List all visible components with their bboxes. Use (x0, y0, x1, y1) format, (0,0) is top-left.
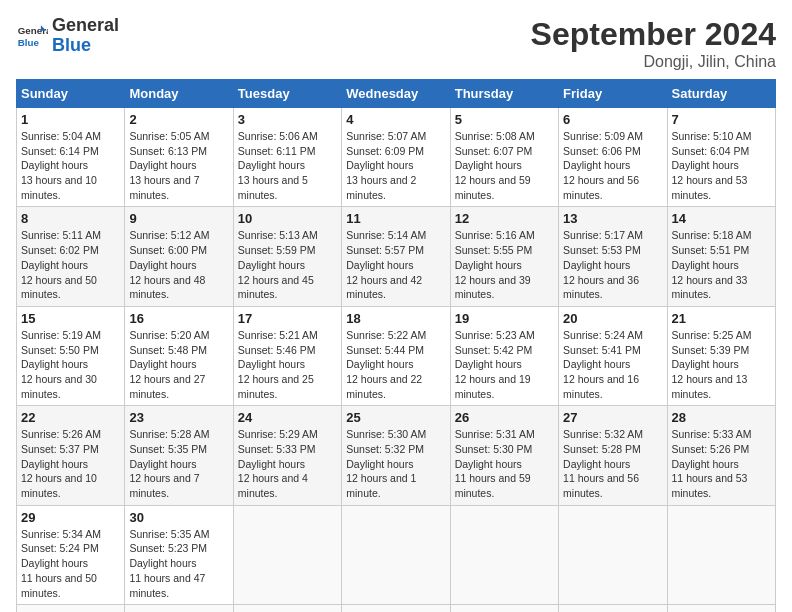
day-info: Sunrise: 5:18 AM Sunset: 5:51 PM Dayligh… (672, 228, 771, 301)
calendar-week-row: 1 Sunrise: 5:04 AM Sunset: 6:14 PM Dayli… (17, 108, 776, 207)
day-info: Sunrise: 5:28 AM Sunset: 5:35 PM Dayligh… (129, 427, 228, 500)
month-title: September 2024 (531, 16, 776, 53)
day-number: 24 (238, 410, 337, 425)
calendar-cell: 8 Sunrise: 5:11 AM Sunset: 6:02 PM Dayli… (17, 207, 125, 306)
day-number: 6 (563, 112, 662, 127)
day-info: Sunrise: 5:34 AM Sunset: 5:24 PM Dayligh… (21, 527, 120, 600)
day-info: Sunrise: 5:22 AM Sunset: 5:44 PM Dayligh… (346, 328, 445, 401)
calendar-cell: 2 Sunrise: 5:05 AM Sunset: 6:13 PM Dayli… (125, 108, 233, 207)
calendar-cell (342, 505, 450, 604)
day-info: Sunrise: 5:17 AM Sunset: 5:53 PM Dayligh… (563, 228, 662, 301)
day-info: Sunrise: 5:13 AM Sunset: 5:59 PM Dayligh… (238, 228, 337, 301)
calendar-cell: 29 Sunrise: 5:34 AM Sunset: 5:24 PM Dayl… (17, 505, 125, 604)
calendar-cell: 24 Sunrise: 5:29 AM Sunset: 5:33 PM Dayl… (233, 406, 341, 505)
day-info: Sunrise: 5:10 AM Sunset: 6:04 PM Dayligh… (672, 129, 771, 202)
calendar-week-row (17, 605, 776, 612)
day-number: 7 (672, 112, 771, 127)
header-friday: Friday (559, 80, 667, 108)
header-wednesday: Wednesday (342, 80, 450, 108)
calendar-cell: 16 Sunrise: 5:20 AM Sunset: 5:48 PM Dayl… (125, 306, 233, 405)
day-info: Sunrise: 5:05 AM Sunset: 6:13 PM Dayligh… (129, 129, 228, 202)
day-info: Sunrise: 5:20 AM Sunset: 5:48 PM Dayligh… (129, 328, 228, 401)
calendar-week-row: 15 Sunrise: 5:19 AM Sunset: 5:50 PM Dayl… (17, 306, 776, 405)
day-number: 29 (21, 510, 120, 525)
calendar-cell (667, 505, 775, 604)
calendar-cell: 5 Sunrise: 5:08 AM Sunset: 6:07 PM Dayli… (450, 108, 558, 207)
day-info: Sunrise: 5:30 AM Sunset: 5:32 PM Dayligh… (346, 427, 445, 500)
calendar-cell (450, 505, 558, 604)
day-number: 16 (129, 311, 228, 326)
day-number: 30 (129, 510, 228, 525)
svg-text:Blue: Blue (18, 37, 40, 48)
header-monday: Monday (125, 80, 233, 108)
calendar-cell: 14 Sunrise: 5:18 AM Sunset: 5:51 PM Dayl… (667, 207, 775, 306)
calendar-cell: 30 Sunrise: 5:35 AM Sunset: 5:23 PM Dayl… (125, 505, 233, 604)
day-info: Sunrise: 5:29 AM Sunset: 5:33 PM Dayligh… (238, 427, 337, 500)
calendar-cell: 17 Sunrise: 5:21 AM Sunset: 5:46 PM Dayl… (233, 306, 341, 405)
day-number: 15 (21, 311, 120, 326)
calendar-cell (233, 605, 341, 612)
logo: General Blue GeneralBlue (16, 16, 119, 56)
day-number: 3 (238, 112, 337, 127)
day-number: 21 (672, 311, 771, 326)
day-info: Sunrise: 5:11 AM Sunset: 6:02 PM Dayligh… (21, 228, 120, 301)
calendar-cell: 11 Sunrise: 5:14 AM Sunset: 5:57 PM Dayl… (342, 207, 450, 306)
day-number: 2 (129, 112, 228, 127)
day-number: 4 (346, 112, 445, 127)
day-info: Sunrise: 5:23 AM Sunset: 5:42 PM Dayligh… (455, 328, 554, 401)
svg-text:General: General (18, 25, 48, 36)
calendar-cell: 27 Sunrise: 5:32 AM Sunset: 5:28 PM Dayl… (559, 406, 667, 505)
day-number: 10 (238, 211, 337, 226)
header-thursday: Thursday (450, 80, 558, 108)
day-info: Sunrise: 5:33 AM Sunset: 5:26 PM Dayligh… (672, 427, 771, 500)
day-number: 13 (563, 211, 662, 226)
calendar-table: Sunday Monday Tuesday Wednesday Thursday… (16, 79, 776, 612)
calendar-cell: 6 Sunrise: 5:09 AM Sunset: 6:06 PM Dayli… (559, 108, 667, 207)
day-info: Sunrise: 5:24 AM Sunset: 5:41 PM Dayligh… (563, 328, 662, 401)
calendar-week-row: 22 Sunrise: 5:26 AM Sunset: 5:37 PM Dayl… (17, 406, 776, 505)
day-info: Sunrise: 5:12 AM Sunset: 6:00 PM Dayligh… (129, 228, 228, 301)
day-number: 27 (563, 410, 662, 425)
calendar-cell (125, 605, 233, 612)
calendar-cell: 9 Sunrise: 5:12 AM Sunset: 6:00 PM Dayli… (125, 207, 233, 306)
day-number: 25 (346, 410, 445, 425)
calendar-cell: 13 Sunrise: 5:17 AM Sunset: 5:53 PM Dayl… (559, 207, 667, 306)
calendar-cell (559, 505, 667, 604)
day-number: 5 (455, 112, 554, 127)
calendar-cell: 19 Sunrise: 5:23 AM Sunset: 5:42 PM Dayl… (450, 306, 558, 405)
day-info: Sunrise: 5:25 AM Sunset: 5:39 PM Dayligh… (672, 328, 771, 401)
day-number: 19 (455, 311, 554, 326)
day-number: 11 (346, 211, 445, 226)
day-info: Sunrise: 5:32 AM Sunset: 5:28 PM Dayligh… (563, 427, 662, 500)
day-number: 18 (346, 311, 445, 326)
day-info: Sunrise: 5:19 AM Sunset: 5:50 PM Dayligh… (21, 328, 120, 401)
calendar-cell (17, 605, 125, 612)
calendar-cell: 28 Sunrise: 5:33 AM Sunset: 5:26 PM Dayl… (667, 406, 775, 505)
header-saturday: Saturday (667, 80, 775, 108)
calendar-cell: 18 Sunrise: 5:22 AM Sunset: 5:44 PM Dayl… (342, 306, 450, 405)
weekday-header-row: Sunday Monday Tuesday Wednesday Thursday… (17, 80, 776, 108)
day-number: 20 (563, 311, 662, 326)
day-info: Sunrise: 5:14 AM Sunset: 5:57 PM Dayligh… (346, 228, 445, 301)
day-info: Sunrise: 5:26 AM Sunset: 5:37 PM Dayligh… (21, 427, 120, 500)
calendar-cell: 20 Sunrise: 5:24 AM Sunset: 5:41 PM Dayl… (559, 306, 667, 405)
day-info: Sunrise: 5:04 AM Sunset: 6:14 PM Dayligh… (21, 129, 120, 202)
title-block: September 2024 Dongji, Jilin, China (531, 16, 776, 71)
calendar-cell: 22 Sunrise: 5:26 AM Sunset: 5:37 PM Dayl… (17, 406, 125, 505)
page-header: General Blue GeneralBlue September 2024 … (16, 16, 776, 71)
calendar-cell: 1 Sunrise: 5:04 AM Sunset: 6:14 PM Dayli… (17, 108, 125, 207)
day-info: Sunrise: 5:35 AM Sunset: 5:23 PM Dayligh… (129, 527, 228, 600)
day-number: 12 (455, 211, 554, 226)
day-number: 23 (129, 410, 228, 425)
day-info: Sunrise: 5:31 AM Sunset: 5:30 PM Dayligh… (455, 427, 554, 500)
day-info: Sunrise: 5:16 AM Sunset: 5:55 PM Dayligh… (455, 228, 554, 301)
header-sunday: Sunday (17, 80, 125, 108)
calendar-cell (342, 605, 450, 612)
calendar-cell: 3 Sunrise: 5:06 AM Sunset: 6:11 PM Dayli… (233, 108, 341, 207)
calendar-cell (667, 605, 775, 612)
calendar-cell (559, 605, 667, 612)
calendar-cell: 21 Sunrise: 5:25 AM Sunset: 5:39 PM Dayl… (667, 306, 775, 405)
calendar-cell: 15 Sunrise: 5:19 AM Sunset: 5:50 PM Dayl… (17, 306, 125, 405)
calendar-week-row: 29 Sunrise: 5:34 AM Sunset: 5:24 PM Dayl… (17, 505, 776, 604)
day-number: 28 (672, 410, 771, 425)
